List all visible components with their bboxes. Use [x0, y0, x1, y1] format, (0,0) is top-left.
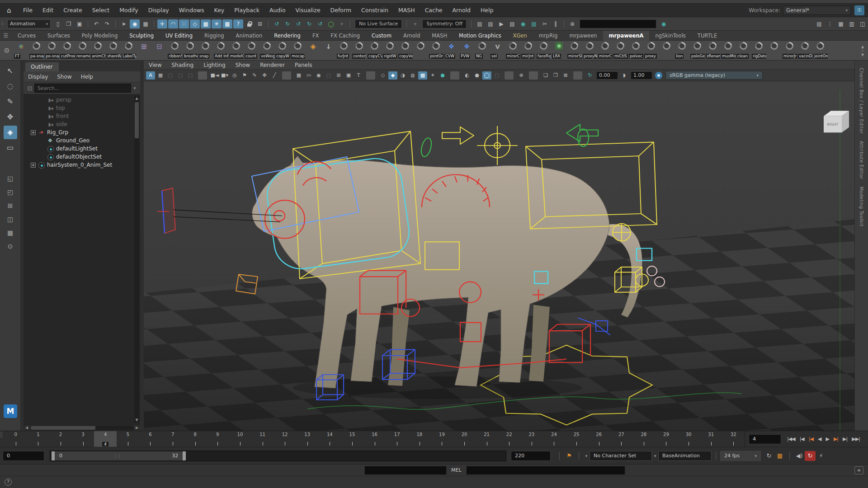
viewport-toolbar-icon[interactable]: ● — [438, 71, 447, 80]
toolbar-icon[interactable]: ◉ — [659, 19, 669, 28]
filter-icon[interactable]: ⊡ — [25, 85, 34, 92]
shelf-button[interactable]: proxy — [644, 41, 659, 60]
playback-button[interactable]: |◀◀ — [785, 436, 797, 442]
toolbar-icon[interactable] — [268, 20, 269, 28]
outliner-hscrollbar[interactable]: ◀ ▶ — [24, 424, 140, 431]
layout-icon[interactable]: ◰ — [4, 186, 17, 198]
shelf-button[interactable]: copyVe — [398, 41, 413, 60]
timeline-frame[interactable]: 5 — [117, 431, 139, 447]
shelf-button[interactable]: lion — [675, 41, 690, 60]
sidebar-toggle-icon[interactable]: ⋮ — [825, 19, 835, 28]
viewport-toolbar-icon[interactable]: ● — [472, 71, 481, 80]
viewport-toolbar-icon[interactable]: ↻ — [585, 71, 594, 80]
outliner-item[interactable]: + hairSystem_0_Anim_Set — [24, 161, 140, 169]
playback-button[interactable]: |◀ — [797, 436, 807, 442]
expand-icon[interactable]: + — [31, 130, 36, 135]
range-handle-right[interactable] — [183, 451, 186, 460]
viewport-toolbar-icon[interactable]: ⊠ — [561, 71, 570, 80]
viewport-toolbar-icon[interactable]: ◑ — [398, 71, 407, 80]
toolbar-icon[interactable]: ▩ — [222, 19, 232, 28]
menu-item[interactable]: Constrain — [356, 7, 393, 14]
panel-menu-item[interactable]: Shading — [166, 62, 198, 68]
scroll-up-icon[interactable]: ▲ — [134, 96, 139, 100]
shelf-button[interactable]: mocapT — [290, 41, 306, 60]
menu-item[interactable]: Edit — [38, 7, 58, 14]
shelf-button[interactable]: NG — [475, 41, 490, 60]
shelf-button[interactable]: modelC — [229, 41, 244, 60]
toolbar-icon[interactable] — [154, 20, 154, 28]
timeline-frame[interactable]: 18 — [408, 431, 431, 447]
toolbar-icon[interactable]: ▯ — [53, 19, 63, 28]
toolbar-icon[interactable]: ↻ — [283, 19, 292, 28]
menu-item[interactable]: Audio — [264, 7, 291, 14]
shelf-button[interactable]: po-snap — [44, 41, 60, 60]
toolbar-icon[interactable]: ⊞ — [255, 19, 265, 28]
timeline-frame[interactable]: 13 — [296, 431, 319, 447]
menu-item[interactable]: Deform — [326, 7, 356, 14]
anim-end-field[interactable]: 220 — [511, 451, 551, 461]
command-language-toggle[interactable]: MEL — [447, 467, 466, 473]
expand-icon[interactable]: + — [31, 163, 36, 168]
playback-range[interactable]: 0 ⋮⋮ 32 — [52, 451, 186, 460]
playback-button[interactable]: ◀ — [816, 436, 823, 442]
viewport-toolbar-icon[interactable]: ◍ — [408, 71, 417, 80]
menu-item[interactable]: File — [18, 7, 38, 14]
shelf-button[interactable]: snap — [198, 41, 213, 60]
colorspace-select[interactable]: sRGB gamma (legacy) ▾ — [665, 71, 763, 80]
timeline-frame[interactable]: 4 4 — [94, 431, 117, 447]
timeline-frame[interactable]: 15 — [341, 431, 363, 447]
toolbar-icon[interactable]: ◉ — [518, 19, 528, 28]
viewport-toolbar-icon[interactable] — [450, 71, 459, 80]
viewport-toolbar-icon[interactable]: ✥ — [260, 71, 269, 80]
timeline-frame[interactable]: 1 — [27, 431, 50, 447]
panel-menu-item[interactable]: View — [144, 62, 166, 68]
character-set-select[interactable]: No Character Set — [590, 451, 652, 461]
shelf-button[interactable] — [767, 41, 782, 60]
maya-m-logo[interactable]: M — [4, 404, 17, 418]
timeline-frame[interactable]: 22 — [498, 431, 520, 447]
viewport-toolbar-icon[interactable]: ▢ — [166, 71, 175, 80]
viewport-toolbar-icon[interactable]: ◉ — [314, 71, 323, 80]
timeline-frame[interactable]: 31 — [700, 431, 722, 447]
shelf-button[interactable]: CVW — [444, 41, 459, 60]
viewport-toolbar-icon[interactable]: ✶ — [428, 71, 437, 80]
shelf-button[interactable]: faceRig — [536, 41, 552, 60]
panel-splitter[interactable] — [140, 61, 144, 431]
timeline-frame[interactable]: 20 — [453, 431, 476, 447]
toolbar-icon[interactable]: ↻ — [304, 19, 314, 28]
outliner-menu-item[interactable]: Display — [24, 74, 52, 80]
range-slider[interactable]: 0 ⋮⋮ 32 — [50, 450, 506, 461]
outliner-vscrollbar[interactable]: ▲ ▼ — [134, 96, 139, 422]
timeline-frame[interactable]: 6 — [139, 431, 162, 447]
layout-icon[interactable]: ▦ — [4, 227, 17, 239]
range-handle-left[interactable] — [52, 451, 55, 460]
shelf-tab[interactable]: Curves — [12, 31, 42, 41]
speaker-icon[interactable]: ◀) — [794, 452, 805, 459]
shelf-tab[interactable]: ngSkinTools — [649, 31, 691, 41]
timeline-track[interactable]: 0 1 2 3 4 — [5, 431, 745, 447]
shelf-button[interactable]: clean — [736, 41, 751, 60]
menu-item[interactable]: Visualize — [291, 7, 326, 14]
toolbar-icon[interactable]: ▤ — [529, 19, 539, 28]
shelf-tab[interactable]: mrpaween — [563, 31, 603, 41]
shelf-tab[interactable]: Custom — [366, 31, 397, 41]
script-editor-icon[interactable]: ≡ — [854, 466, 863, 474]
toolbar-icon[interactable] — [564, 20, 564, 28]
shelf-button[interactable]: miCtlS — [613, 41, 628, 60]
outliner-menu-item[interactable]: Show — [52, 74, 76, 80]
view-transform-toggle[interactable] — [655, 72, 662, 79]
shelf-button[interactable]: copyW — [275, 41, 290, 60]
shelf-button[interactable]: LRA — [552, 41, 567, 60]
timeline-frame[interactable]: 21 — [476, 431, 498, 447]
toolbar-icon[interactable] — [88, 20, 88, 28]
toolbar-icon[interactable]: ▶ — [496, 19, 506, 28]
timeline-frame[interactable]: 14 — [319, 431, 341, 447]
outliner-tab[interactable]: Outliner — [25, 62, 59, 71]
timeline-frame[interactable]: 11 — [251, 431, 274, 447]
fps-select[interactable]: 24 fps ▾ — [720, 451, 761, 461]
anim-start-field[interactable]: 0 — [3, 451, 44, 461]
viewport-toolbar-icon[interactable]: ❏ — [541, 71, 550, 80]
menu-item[interactable]: Cache — [420, 7, 448, 14]
shelf-tab[interactable]: Animation — [230, 31, 269, 41]
shelf-button[interactable]: pa-snap — [29, 41, 44, 60]
